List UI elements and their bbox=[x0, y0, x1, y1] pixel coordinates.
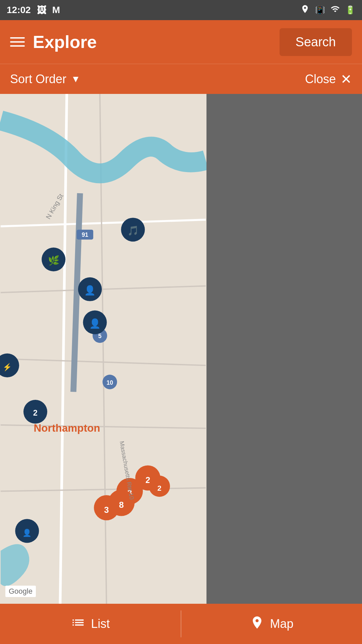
main-content: 91 5 10 🎵 🌿 👤 👤 ⚡ 2 Northampton bbox=[0, 94, 362, 604]
close-label: Close bbox=[305, 72, 336, 86]
header: Explore Search bbox=[0, 20, 362, 64]
sort-arrow-icon: ▼ bbox=[71, 74, 80, 85]
svg-text:2: 2 bbox=[33, 409, 38, 417]
tab-bar: List Map bbox=[0, 604, 362, 644]
svg-text:10: 10 bbox=[107, 379, 113, 386]
tab-map[interactable]: Map bbox=[181, 604, 362, 644]
close-icon: ✕ bbox=[341, 71, 352, 87]
sub-header: Sort Order ▼ Close ✕ bbox=[0, 64, 362, 94]
map-area[interactable]: 91 5 10 🎵 🌿 👤 👤 ⚡ 2 Northampton bbox=[0, 94, 206, 604]
mail-icon: M bbox=[52, 5, 60, 15]
vibrate-icon: 📳 bbox=[315, 5, 325, 15]
svg-text:🎵: 🎵 bbox=[127, 225, 139, 236]
svg-text:Northampton: Northampton bbox=[34, 422, 100, 434]
status-bar: 12:02 🖼 M 📳 🔋 bbox=[0, 0, 362, 20]
svg-text:👤: 👤 bbox=[84, 285, 96, 296]
location-icon bbox=[300, 4, 310, 16]
gray-area bbox=[206, 94, 362, 604]
wifi-icon bbox=[330, 4, 340, 16]
map-tab-icon bbox=[250, 615, 264, 633]
svg-text:2: 2 bbox=[158, 484, 162, 492]
list-tab-icon bbox=[71, 615, 85, 633]
search-button[interactable]: Search bbox=[280, 28, 352, 56]
google-logo: Google bbox=[5, 586, 36, 597]
page-title: Explore bbox=[33, 32, 97, 52]
tab-map-label: Map bbox=[270, 617, 293, 631]
svg-text:🌿: 🌿 bbox=[48, 255, 60, 266]
svg-text:👤: 👤 bbox=[22, 528, 32, 537]
svg-text:3: 3 bbox=[104, 505, 109, 515]
svg-text:91: 91 bbox=[82, 231, 88, 238]
svg-text:8: 8 bbox=[119, 500, 124, 509]
svg-text:👤: 👤 bbox=[89, 318, 101, 329]
battery-icon: 🔋 bbox=[345, 5, 355, 15]
time-display: 12:02 bbox=[7, 5, 31, 15]
tab-list-label: List bbox=[91, 617, 110, 631]
filter-panel: Select All ✓ Arts & Culture ✓ bbox=[206, 94, 362, 604]
sort-order-label: Sort Order bbox=[10, 72, 66, 86]
menu-button[interactable] bbox=[10, 37, 25, 47]
photo-icon: 🖼 bbox=[37, 5, 46, 16]
tab-list[interactable]: List bbox=[0, 604, 181, 644]
svg-text:⚡: ⚡ bbox=[3, 363, 12, 372]
svg-text:5: 5 bbox=[98, 333, 102, 339]
sort-order-button[interactable]: Sort Order ▼ bbox=[10, 72, 80, 86]
close-button[interactable]: Close ✕ bbox=[305, 71, 352, 87]
